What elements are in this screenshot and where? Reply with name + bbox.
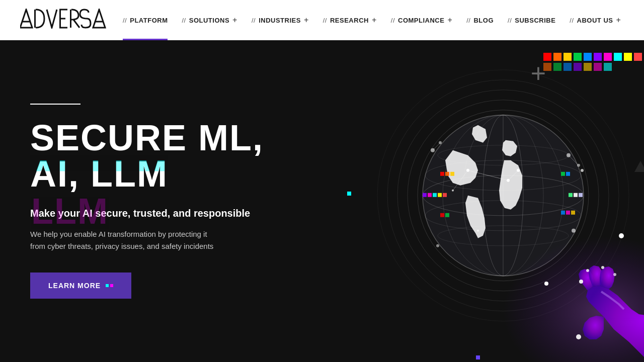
nav-item-platform[interactable]: // PLATFORM bbox=[116, 0, 175, 40]
hero-divider bbox=[30, 104, 80, 105]
btn-dot-1 bbox=[106, 284, 109, 287]
research-plus-icon: + bbox=[372, 16, 377, 25]
nav-label-platform: PLATFORM bbox=[130, 17, 168, 24]
purple-hand-svg bbox=[453, 181, 644, 362]
white-dot-1 bbox=[619, 233, 624, 238]
nav-slash: // bbox=[323, 17, 327, 24]
svg-line-8 bbox=[73, 20, 79, 28]
hero-subtitle: Make your AI secure, trusted, and respon… bbox=[30, 206, 264, 220]
nav-label-industries: INDUSTRIES bbox=[259, 17, 301, 24]
triangle-decoration-2 bbox=[634, 161, 644, 172]
nav-slash: // bbox=[252, 17, 256, 24]
svg-rect-61 bbox=[433, 193, 437, 197]
cyan-dot-decoration bbox=[347, 192, 351, 196]
svg-point-83 bbox=[601, 266, 604, 269]
logo-svg bbox=[20, 9, 116, 29]
learn-more-label: LEARN MORE bbox=[48, 282, 101, 290]
svg-marker-0 bbox=[20, 10, 32, 28]
logo[interactable] bbox=[20, 9, 116, 32]
svg-point-82 bbox=[586, 269, 589, 272]
solutions-plus-icon: + bbox=[232, 16, 237, 25]
hero-content: SECURE ML, AI, LLM AI, LLM AI, LLM Make … bbox=[0, 63, 294, 339]
svg-rect-62 bbox=[438, 193, 442, 197]
nav-slash: // bbox=[508, 17, 512, 24]
hero-visual: + bbox=[282, 40, 644, 362]
svg-rect-2 bbox=[34, 10, 36, 28]
svg-rect-54 bbox=[440, 172, 444, 176]
header: // PLATFORM // SOLUTIONS + // INDUSTRIES… bbox=[0, 0, 644, 40]
svg-rect-60 bbox=[428, 193, 432, 197]
svg-rect-59 bbox=[423, 193, 427, 197]
white-dot-3 bbox=[581, 169, 584, 172]
nav-item-solutions[interactable]: // SOLUTIONS + bbox=[175, 0, 244, 40]
white-dot-2 bbox=[544, 282, 548, 286]
svg-point-77 bbox=[436, 244, 439, 247]
about-us-plus-icon: + bbox=[616, 16, 621, 25]
svg-rect-55 bbox=[445, 172, 449, 176]
svg-rect-57 bbox=[561, 172, 565, 176]
nav-slash: // bbox=[123, 17, 127, 24]
compliance-plus-icon: + bbox=[447, 16, 452, 25]
nav-label-about-us: ABOUT US bbox=[577, 17, 613, 24]
hero-section: SECURE ML, AI, LLM AI, LLM AI, LLM Make … bbox=[0, 40, 644, 362]
svg-point-51 bbox=[517, 169, 520, 172]
nav-item-research[interactable]: // RESEARCH + bbox=[316, 0, 384, 40]
svg-point-80 bbox=[503, 236, 644, 362]
logo-text bbox=[20, 9, 116, 32]
industries-plus-icon: + bbox=[304, 16, 309, 25]
nav-slash: // bbox=[182, 17, 186, 24]
nav-slash: // bbox=[570, 17, 574, 24]
nav-item-subscribe[interactable]: // SUBSCRIBE bbox=[501, 0, 562, 40]
hero-body: We help you enable AI transformation by … bbox=[30, 228, 264, 252]
nav-item-blog[interactable]: // BLOG bbox=[459, 0, 501, 40]
svg-rect-7 bbox=[70, 10, 71, 28]
svg-rect-56 bbox=[450, 172, 454, 176]
svg-point-85 bbox=[576, 334, 581, 339]
nav-label-blog: BLOG bbox=[473, 17, 494, 24]
svg-rect-58 bbox=[566, 172, 570, 176]
svg-rect-67 bbox=[440, 213, 444, 217]
btn-dot-2 bbox=[110, 284, 113, 287]
nav-slash: // bbox=[466, 17, 470, 24]
nav-item-about-us[interactable]: // ABOUT US + bbox=[562, 0, 628, 40]
svg-point-81 bbox=[579, 280, 583, 284]
hero-title: SECURE ML, AI, LLM AI, LLM AI, LLM bbox=[30, 120, 264, 192]
svg-rect-68 bbox=[445, 213, 449, 217]
svg-point-84 bbox=[613, 273, 616, 276]
nav-item-industries[interactable]: // INDUSTRIES + bbox=[245, 0, 316, 40]
nav-item-compliance[interactable]: // COMPLIANCE + bbox=[384, 0, 459, 40]
button-decoration bbox=[106, 284, 113, 287]
svg-marker-9 bbox=[93, 10, 105, 28]
svg-rect-63 bbox=[443, 193, 447, 197]
nav-label-solutions: SOLUTIONS bbox=[189, 17, 229, 24]
nav-slash: // bbox=[391, 17, 395, 24]
nav-label-research: RESEARCH bbox=[330, 17, 369, 24]
nav-label-compliance: COMPLIANCE bbox=[398, 17, 444, 24]
bottom-pixel-decoration bbox=[476, 355, 480, 359]
nav-label-subscribe: SUBSCRIBE bbox=[515, 17, 555, 24]
main-nav: // PLATFORM // SOLUTIONS + // INDUSTRIES… bbox=[116, 0, 628, 40]
svg-point-49 bbox=[466, 169, 469, 172]
learn-more-button[interactable]: LEARN MORE bbox=[30, 273, 131, 299]
